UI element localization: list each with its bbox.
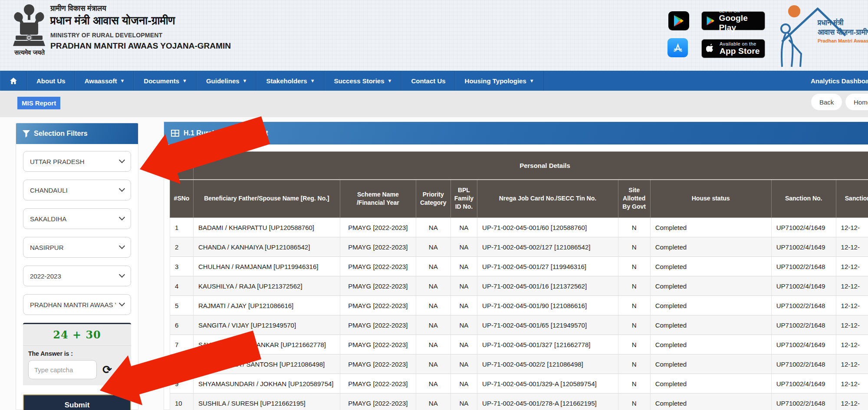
submit-button[interactable]: Submit	[23, 394, 131, 410]
table-cell: UP71002/2/1648	[771, 394, 836, 410]
table-cell: NA	[450, 237, 477, 257]
captcha-question: 24 + 30	[23, 324, 131, 346]
back-button[interactable]: Back	[811, 94, 842, 110]
table-cell: UP71002/4/1649	[771, 335, 836, 354]
table-cell: Completed	[650, 394, 771, 410]
group-header-personal-details: Personal Details	[193, 152, 868, 180]
table-cell: UP-71-002-045-001/16 [121372562]	[477, 276, 618, 296]
table-cell: 12-12-	[836, 296, 868, 315]
table-cell: PMAYG [2022-2023]	[340, 296, 416, 315]
table-cell: N	[618, 276, 650, 296]
table-cell: NA	[416, 296, 450, 315]
chevron-down-icon: ▼	[529, 78, 534, 83]
table-cell: PMAYG [2022-2023]	[340, 315, 416, 335]
table-cell: PMAYG [2022-2023]	[340, 257, 416, 276]
table-cell: Completed	[650, 296, 771, 315]
table-cell: 4	[170, 276, 194, 296]
table-cell: N	[618, 296, 650, 315]
google-play-badge[interactable]: GET IT ON Google Play	[701, 11, 765, 30]
selected-value: PRADHAN MANTRI AWAAS YOJANA GRAMIN	[30, 301, 116, 308]
table-cell: N	[618, 335, 650, 354]
report-title: H.1 Rural Housing Report	[184, 129, 268, 137]
nav-item-documents[interactable]: Documents▼	[134, 71, 197, 91]
captcha-input[interactable]	[28, 360, 97, 379]
table-cell: UP71002/2/1648	[771, 315, 836, 335]
village-select[interactable]: NASIRPUR	[23, 237, 131, 258]
table-cell: UP71002/4/1649	[771, 218, 836, 237]
pmayg-mis-report-page: सत्यमेव जयते ग्रामीण विकास मंत्रालय प्रध…	[0, 0, 868, 410]
table-cell: Completed	[650, 354, 771, 374]
column-header: #SNo	[170, 180, 194, 218]
app-store-small-text: Available on the	[720, 41, 760, 46]
pmayg-logo-line2: आवास योजना-ग्रामीण	[818, 28, 868, 37]
table-cell: RAJMATI / AJAY [UP121086616]	[193, 296, 340, 315]
table-cell: N	[618, 354, 650, 374]
nav-item-about-us[interactable]: About Us	[27, 71, 75, 91]
table-cell: NA	[450, 257, 477, 276]
app-store-icon[interactable]	[667, 38, 688, 57]
table-row: 4KAUSHILYA / RAJA [UP121372562]PMAYG [20…	[170, 276, 868, 296]
table-cell: 12-12-	[836, 315, 868, 335]
report-panel-header: H.1 Rural Housing Report	[164, 122, 868, 144]
table-cell: PMAYG [2022-2023]	[340, 237, 416, 257]
scheme-select[interactable]: PRADHAN MANTRI AWAAS YOJANA GRAMIN	[23, 294, 131, 315]
chevron-down-icon: ▼	[243, 78, 247, 83]
table-cell: N	[618, 374, 650, 394]
district-select[interactable]: CHANDAULI	[23, 180, 131, 200]
nav-item-guidelines[interactable]: Guidelines▼	[197, 71, 257, 91]
nav-item-label: About Us	[36, 77, 66, 85]
chevron-down-icon: ▼	[388, 78, 392, 83]
table-cell: Completed	[650, 257, 771, 276]
app-store-big-text: App Store	[720, 46, 760, 56]
table-cell: N	[618, 237, 650, 257]
block-select[interactable]: SAKALDIHA	[23, 208, 131, 229]
emblem-caption: सत्यमेव जयते	[3, 49, 56, 56]
nav-item-awaassoft[interactable]: Awaassoft▼	[75, 71, 135, 91]
google-play-icon[interactable]	[668, 11, 689, 30]
table-cell: Completed	[650, 315, 771, 335]
nav-item-success-stories[interactable]: Success Stories▼	[325, 71, 402, 91]
nav-item-housing-typologies[interactable]: Housing Typologies▼	[455, 71, 544, 91]
table-cell: UP-71-002-045-001/60 [120588760]	[477, 218, 618, 237]
nav-item-stakeholders[interactable]: Stakeholders▼	[256, 71, 324, 91]
pmayg-logo-line1: प्रधान मंत्री	[818, 18, 868, 28]
ministry-title-hindi: ग्रामीण विकास मंत्रालय	[50, 4, 231, 13]
table-cell: Completed	[650, 374, 771, 394]
selection-filters-panel: Selection Filters UTTAR PRADESHCHANDAULI…	[16, 123, 138, 410]
captcha-refresh-icon[interactable]: ⟳	[102, 364, 112, 375]
app-store-badge[interactable]: Available on the App Store	[701, 39, 765, 58]
table-cell: UP71002/2/1648	[771, 296, 836, 315]
state-select[interactable]: UTTAR PRADESH	[23, 151, 131, 172]
table-cell: NA	[416, 354, 450, 374]
year-select[interactable]: 2022-2023	[23, 266, 131, 286]
nav-item-label: Awaassoft	[85, 77, 117, 85]
table-cell: 8	[170, 354, 194, 374]
nav-item-contact-us[interactable]: Contact Us	[401, 71, 455, 91]
india-emblem-icon	[10, 3, 49, 54]
captcha-answer-label: The Answer is :	[28, 350, 126, 357]
table-cell: NA	[450, 315, 477, 335]
chevron-down-icon	[119, 272, 125, 278]
table-cell: UP-71-002-045-002/127 [121086542]	[477, 237, 618, 257]
nav-item-label: Housing Typologies	[465, 77, 526, 85]
home-button[interactable]: Home	[845, 94, 868, 110]
table-cell: N	[618, 218, 650, 237]
selected-value: CHANDAULI	[30, 187, 116, 194]
table-cell: 9	[170, 374, 194, 394]
table-cell: PMAYG [2022-2023]	[340, 354, 416, 374]
table-cell: 3	[170, 257, 194, 276]
pmayg-logo-line3: Pradhan Mantri Awaas Yojana-Gramin	[818, 38, 868, 43]
main-nav: About UsAwaassoft▼Documents▼Guidelines▼S…	[0, 71, 868, 91]
table-row: 8SHAKUNTALA / SANTOSH [UP121086498]PMAYG…	[170, 354, 868, 374]
rural-housing-table: Personal Details#SNoBeneficiary Father/S…	[170, 151, 868, 410]
table-cell: BADAMI / KHARPATTU [UP120588760]	[193, 218, 340, 237]
table-cell: 12-12-	[836, 237, 868, 257]
chevron-down-icon	[119, 214, 125, 220]
chevron-down-icon	[119, 186, 125, 192]
nav-item-analytics-dashboard[interactable]: Analytics Dashboard	[811, 71, 868, 91]
nav-item-home[interactable]	[0, 71, 27, 91]
table-cell: UP-71-002-045-001/278-A [121662195]	[477, 394, 618, 410]
table-cell: NA	[450, 374, 477, 394]
page-title: MIS Report	[17, 97, 60, 109]
table-cell: SHYAMASUNDARI / JOKHAN [UP120589754]	[193, 374, 340, 394]
